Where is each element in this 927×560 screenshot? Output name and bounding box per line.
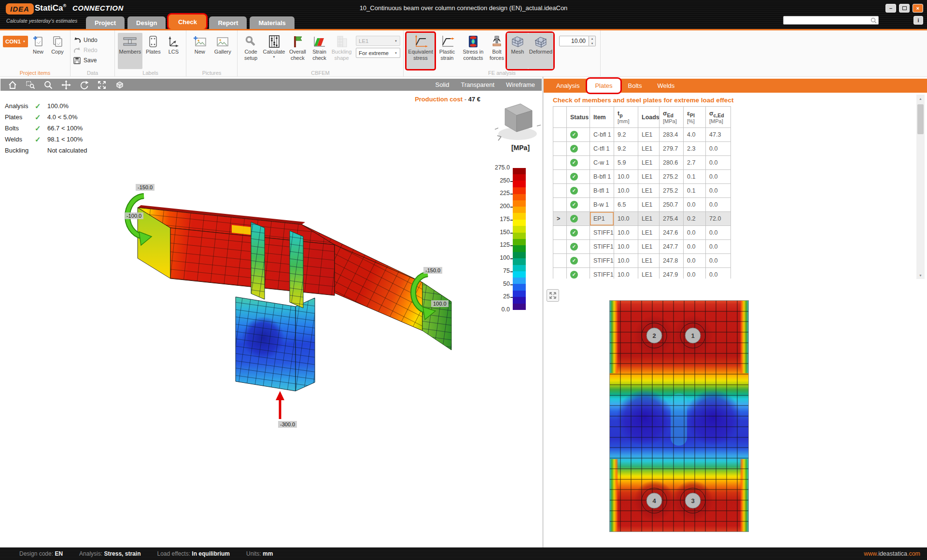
pan-icon[interactable] <box>61 80 71 90</box>
maximize-button[interactable] <box>899 4 910 13</box>
expand-detail-button[interactable] <box>547 289 559 302</box>
row-expander[interactable]: > <box>553 212 567 226</box>
row-expander[interactable] <box>553 170 567 184</box>
fem-model[interactable] <box>87 164 483 434</box>
check-tab-plates[interactable]: Plates <box>587 79 620 93</box>
row-expander[interactable] <box>553 142 567 156</box>
row-expander[interactable] <box>553 254 567 268</box>
table-row[interactable]: ✓STIFF1d10.0LE1247.90.00.0 <box>553 268 731 279</box>
row-item[interactable]: STIFF1b <box>590 240 614 254</box>
table-row[interactable]: ✓STIFF1c10.0LE1247.80.00.0 <box>553 254 731 268</box>
extreme-dropdown[interactable]: For extreme▼ <box>356 48 400 58</box>
gallery-button[interactable]: Gallery <box>211 33 234 69</box>
column-member[interactable] <box>236 297 315 391</box>
check-table-scrollbar[interactable]: ▲ ▼ <box>916 95 925 279</box>
row-item[interactable]: C-w 1 <box>590 156 614 170</box>
new-picture-button[interactable]: New <box>189 33 211 69</box>
overall-check-button[interactable]: Overall check <box>287 33 309 69</box>
plastic-strain-button[interactable]: Plastic strain <box>435 33 459 69</box>
row-expander[interactable] <box>553 128 567 142</box>
home-view-icon[interactable] <box>7 80 18 90</box>
scroll-up-icon[interactable]: ▲ <box>916 95 925 102</box>
equivalent-stress-button[interactable]: Equivalent stress <box>407 33 435 69</box>
brand-tagline: Calculate yesterday's estimates <box>6 18 77 24</box>
view-mode-solid[interactable]: Solid <box>435 81 449 88</box>
save-button[interactable]: Save <box>73 56 98 65</box>
zoom-icon[interactable] <box>43 80 54 90</box>
new-project-item-button[interactable]: New <box>29 33 47 69</box>
lcs-button[interactable]: LCS <box>164 33 183 69</box>
row-expander[interactable] <box>553 156 567 170</box>
deformed-button[interactable]: Deformed <box>528 33 553 69</box>
members-labels-button[interactable]: Members <box>118 33 142 69</box>
scrollbar-thumb[interactable] <box>917 104 924 134</box>
table-row[interactable]: ✓C-tfl 19.2LE1279.72.30.0 <box>553 142 731 156</box>
mesh-button[interactable]: Mesh <box>507 33 528 69</box>
row-expander[interactable] <box>553 184 567 198</box>
row-item[interactable]: STIFF1c <box>590 254 614 268</box>
rotate-icon[interactable] <box>79 80 89 90</box>
view-mode-transparent[interactable]: Transparent <box>461 81 494 88</box>
row-item[interactable]: STIFF1d <box>590 268 614 279</box>
stress-in-contacts-button[interactable]: Stress in contacts <box>460 33 487 69</box>
table-row[interactable]: >✓EP110.0LE1275.40.272.0 <box>553 212 731 226</box>
model-viewport[interactable]: SolidTransparentWireframe Analysis✓100.0… <box>0 77 542 547</box>
row-eps-pl: 0.2 <box>684 212 706 226</box>
website-link[interactable]: www.ideastatica.com <box>864 550 920 557</box>
scale-value[interactable]: 10.00 <box>559 36 589 46</box>
view-mode-wireframe[interactable]: Wireframe <box>506 81 535 88</box>
check-tab-bolts[interactable]: Bolts <box>620 79 650 93</box>
plate-detail-plot[interactable]: 2 1 4 3 <box>609 300 749 532</box>
tab-materials[interactable]: Materials <box>250 16 294 29</box>
spin-up-icon[interactable]: ▲ <box>589 36 595 41</box>
table-row[interactable]: ✓C-w 15.9LE1280.62.70.0 <box>553 156 731 170</box>
row-item[interactable]: B-bfl 1 <box>590 170 614 184</box>
tab-check[interactable]: Check <box>169 14 206 29</box>
close-button[interactable]: × <box>913 4 923 13</box>
code-setup-button[interactable]: Code setup <box>240 33 261 69</box>
table-row[interactable]: ✓B-w 16.5LE1250.70.00.0 <box>553 198 731 212</box>
info-button[interactable]: i <box>913 16 923 25</box>
row-expander[interactable] <box>553 226 567 240</box>
strain-check-button[interactable]: Strain check <box>309 33 329 69</box>
row-expander[interactable] <box>553 240 567 254</box>
plates-labels-button[interactable]: Plates <box>143 33 163 69</box>
minimize-button[interactable]: – <box>885 4 896 13</box>
legend-tick-label: 50 <box>489 280 510 287</box>
spin-down-icon[interactable]: ▼ <box>589 41 595 46</box>
table-row[interactable]: ✓B-tfl 110.0LE1275.20.10.0 <box>553 184 731 198</box>
row-expander[interactable] <box>553 198 567 212</box>
check-tab-welds[interactable]: Welds <box>649 79 682 93</box>
row-item[interactable]: C-tfl 1 <box>590 142 614 156</box>
fit-view-icon[interactable] <box>97 80 107 90</box>
table-row[interactable]: ✓STIFF1a10.0LE1247.60.00.0 <box>553 226 731 240</box>
row-item[interactable]: B-tfl 1 <box>590 184 614 198</box>
scroll-down-icon[interactable]: ▼ <box>916 271 925 279</box>
row-item[interactable]: C-bfl 1 <box>590 128 614 142</box>
solid-box-icon[interactable] <box>114 80 125 90</box>
table-row[interactable]: ✓STIFF1b10.0LE1247.70.00.0 <box>553 240 731 254</box>
row-item[interactable]: B-w 1 <box>590 198 614 212</box>
undo-button[interactable]: Undo <box>73 36 98 44</box>
tab-report[interactable]: Report <box>209 16 247 29</box>
table-row[interactable]: ✓C-bfl 19.2LE1283.44.047.3 <box>553 128 731 142</box>
tab-design[interactable]: Design <box>127 16 166 29</box>
tab-project[interactable]: Project <box>86 16 125 29</box>
search-input[interactable] <box>785 16 868 24</box>
copy-project-item-button[interactable]: Copy <box>48 33 67 69</box>
redo-button[interactable]: Redo <box>73 46 98 55</box>
bolt-forces-button[interactable]: Bolt forces <box>488 33 506 69</box>
calculate-dropdown-icon[interactable]: ▼ <box>273 56 276 58</box>
summary-label: Buckling <box>5 147 35 154</box>
row-item[interactable]: EP1 <box>590 212 614 226</box>
row-expander[interactable] <box>553 268 567 279</box>
buckling-shape-button[interactable]: Buckling shape <box>330 33 353 69</box>
view-cube[interactable] <box>493 98 542 146</box>
check-tab-analysis[interactable]: Analysis <box>548 79 587 93</box>
con1-dropdown[interactable]: CON1▼ <box>3 36 28 47</box>
calculate-button[interactable]: Calculate ▼ <box>262 33 286 69</box>
table-row[interactable]: ✓B-bfl 110.0LE1275.20.10.0 <box>553 170 731 184</box>
load-case-dropdown[interactable]: LE1▼ <box>356 36 400 46</box>
row-item[interactable]: STIFF1a <box>590 226 614 240</box>
zoom-window-icon[interactable] <box>25 80 36 90</box>
